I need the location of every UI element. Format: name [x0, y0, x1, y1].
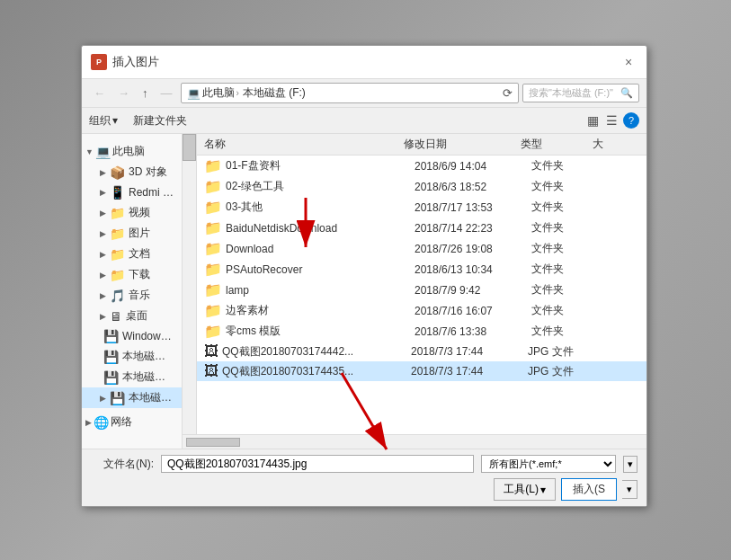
breadcrumb-local-disk: 本地磁盘 (F:): [243, 85, 306, 101]
sidebar-item-desktop[interactable]: ▶ 🖥 桌面: [82, 306, 182, 326]
sidebar-item-pictures[interactable]: ▶ 📁 图片: [82, 223, 182, 244]
network-icon: 🌐: [94, 415, 109, 430]
table-row[interactable]: 📁 02-绿色工具 2018/6/3 18:52 文件夹: [197, 176, 646, 197]
file-icon: 📁: [204, 281, 222, 298]
expand-arrow-local-f: ▶: [100, 394, 106, 403]
nav-toolbar: ← → ↑ — 💻 此电脑 › 本地磁盘 (F:) ⟳ 搜索"本地磁盘 (F:)…: [82, 79, 646, 108]
address-bar[interactable]: 💻 此电脑 › 本地磁盘 (F:) ⟳: [181, 83, 520, 103]
header-size[interactable]: 大: [593, 137, 646, 152]
file-name: lamp: [226, 284, 415, 297]
file-icon: 📁: [204, 219, 222, 236]
file-icon: 📁: [204, 302, 222, 319]
search-bar[interactable]: 搜索"本地磁盘 (F:)" 🔍: [522, 84, 639, 102]
table-row[interactable]: 📁 lamp 2018/7/9 9:42 文件夹: [197, 280, 646, 300]
forward-button[interactable]: →: [113, 84, 134, 102]
sidebar-label-windows-c: Windows (C:): [122, 330, 174, 342]
sidebar-item-local-f[interactable]: ▶ 💾 本地磁盘 (F:): [82, 387, 182, 408]
separator: —: [156, 84, 177, 102]
redmi-icon: 📱: [110, 185, 125, 200]
table-row[interactable]: 🖼 QQ截图20180703174442... 2018/7/3 17:44 J…: [197, 342, 646, 361]
back-button[interactable]: ←: [89, 84, 110, 102]
scroll-thumb-top[interactable]: [183, 134, 196, 161]
sidebar-item-videos[interactable]: ▶ 📁 视频: [82, 202, 182, 223]
header-type[interactable]: 类型: [521, 137, 593, 152]
bottom-bar: 文件名(N): 所有图片(*.emf;* ▾ 工具(L) ▾ 插入(S ▾: [82, 449, 646, 506]
table-row[interactable]: 📁 03-其他 2018/7/17 13:53 文件夹: [197, 197, 646, 218]
file-date: 2018/7/3 17:44: [411, 345, 528, 358]
header-date[interactable]: 修改日期: [404, 137, 521, 152]
file-name: 零cms 模版: [226, 324, 415, 339]
expand-arrow-music: ▶: [100, 291, 106, 300]
sidebar-label-pictures: 图片: [129, 226, 150, 241]
insert-button[interactable]: 插入(S: [561, 478, 617, 501]
file-name: 03-其他: [226, 200, 415, 215]
music-icon: 🎵: [110, 289, 125, 303]
sidebar-item-redmi[interactable]: ▶ 📱 Redmi 4A: [82, 182, 182, 202]
filetype-select[interactable]: 所有图片(*.emf;*: [481, 455, 616, 473]
up-button[interactable]: ↑: [138, 84, 153, 102]
file-type: 文件夹: [531, 282, 603, 298]
filename-input[interactable]: [161, 455, 474, 473]
sidebar-label-3d: 3D 对象: [129, 164, 167, 180]
3d-icon: 📦: [110, 165, 125, 180]
filename-row: 文件名(N): 所有图片(*.emf;* ▾: [91, 455, 637, 473]
file-type: 文件夹: [531, 262, 603, 277]
local-e-icon: 💾: [103, 370, 119, 385]
h-scroll-thumb[interactable]: [186, 438, 240, 447]
view-details-button[interactable]: ▦: [585, 111, 601, 129]
table-row[interactable]: 📁 Download 2018/7/26 19:08 文件夹: [197, 238, 646, 259]
close-button[interactable]: ×: [620, 53, 637, 71]
file-panel: 名称 修改日期 类型 大 📁 01-F盘资料 2018/6/9 14:04 文件…: [183, 134, 646, 449]
table-row[interactable]: 📁 边客素材 2018/7/16 16:07 文件夹: [197, 300, 646, 321]
help-button[interactable]: ?: [623, 112, 639, 129]
sidebar-label-local-e: 本地磁盘 (E:): [122, 369, 174, 385]
file-type: 文件夹: [531, 220, 603, 236]
table-row[interactable]: 📁 BaiduNetdiskDownload 2018/7/14 22:23 文…: [197, 218, 646, 238]
header-name[interactable]: 名称: [197, 137, 404, 152]
title-bar-left: P 插入图片: [91, 54, 159, 70]
file-date: 2018/7/17 13:53: [415, 201, 531, 214]
view-list-button[interactable]: ☰: [604, 111, 620, 129]
sidebar-item-local-e[interactable]: 💾 本地磁盘 (E:): [82, 367, 182, 387]
table-row[interactable]: 📁 01-F盘资料 2018/6/9 14:04 文件夹: [197, 156, 646, 176]
sidebar-item-windows-c[interactable]: 💾 Windows (C:): [82, 326, 182, 346]
filetype-dropdown-button[interactable]: ▾: [623, 456, 637, 473]
sidebar-item-downloads[interactable]: ▶ 📁 下载: [82, 264, 182, 285]
local-f-icon: 💾: [110, 391, 125, 405]
file-icon: 🖼: [204, 363, 218, 379]
file-date: 2018/7/16 16:07: [415, 305, 531, 317]
sidebar-item-this-pc-section[interactable]: ▼ 💻 此电脑: [82, 141, 182, 162]
expand-arrow-desktop: ▶: [100, 312, 106, 321]
organize-button[interactable]: 组织 ▾: [89, 113, 118, 129]
insert-picture-dialog: P 插入图片 × ← → ↑ — 💻 此电脑 › 本地磁盘 (F:) ⟳ 搜索"…: [81, 45, 647, 507]
sidebar-label-local-f: 本地磁盘 (F:): [129, 390, 174, 405]
file-icon: 📁: [204, 178, 222, 195]
sidebar-item-music[interactable]: ▶ 🎵 音乐: [82, 285, 182, 306]
sidebar-item-local-d[interactable]: 💾 本地磁盘 (D:): [82, 346, 182, 367]
videos-icon: 📁: [110, 206, 125, 220]
file-icon: 📁: [204, 240, 222, 257]
sidebar-label-documents: 文档: [129, 246, 150, 262]
sidebar-item-3d[interactable]: ▶ 📦 3D 对象: [82, 162, 182, 182]
refresh-button[interactable]: ⟳: [503, 86, 513, 100]
tools-dropdown-icon: ▾: [540, 484, 546, 496]
left-scroll: [183, 134, 197, 434]
table-row[interactable]: 🖼 QQ截图20180703174435... 2018/7/3 17:44 J…: [197, 361, 646, 381]
file-list: 名称 修改日期 类型 大 📁 01-F盘资料 2018/6/9 14:04 文件…: [197, 134, 646, 434]
file-name: 02-绿色工具: [226, 179, 415, 194]
sidebar-item-network[interactable]: ▶ 🌐 网络: [82, 412, 182, 432]
insert-dropdown-button[interactable]: ▾: [622, 480, 637, 499]
table-row[interactable]: 📁 PSAutoRecover 2018/6/13 10:34 文件夹: [197, 259, 646, 280]
file-type: 文件夹: [531, 200, 603, 215]
file-date: 2018/7/6 13:38: [415, 325, 531, 338]
local-d-icon: 💾: [103, 350, 119, 364]
new-folder-button[interactable]: 新建文件夹: [133, 113, 187, 129]
file-type: 文件夹: [531, 179, 603, 194]
file-name: PSAutoRecover: [226, 263, 415, 276]
tools-button[interactable]: 工具(L) ▾: [494, 478, 556, 501]
sidebar-item-documents[interactable]: ▶ 📁 文档: [82, 244, 182, 264]
table-row[interactable]: 📁 零cms 模版 2018/7/6 13:38 文件夹: [197, 321, 646, 342]
expand-arrow-redmi: ▶: [100, 188, 106, 197]
horizontal-scrollbar[interactable]: [183, 434, 646, 449]
action-row: 工具(L) ▾ 插入(S ▾: [91, 478, 637, 501]
